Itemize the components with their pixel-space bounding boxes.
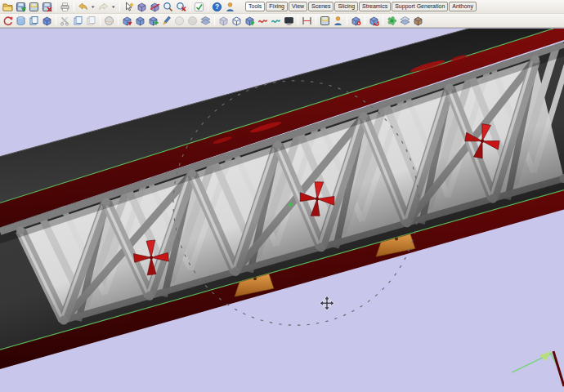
- help-icon[interactable]: ?: [211, 1, 223, 13]
- toolbar-tools: [0, 14, 564, 28]
- toolbar-separator: [365, 16, 365, 25]
- cut-part-icon[interactable]: [149, 1, 161, 13]
- toolbar-separator: [208, 2, 208, 11]
- toolbar-tools-icons: [2, 15, 424, 27]
- open-file-icon[interactable]: [2, 1, 14, 13]
- rotate-part-icon[interactable]: [2, 15, 14, 27]
- select-cursor-icon[interactable]: [123, 1, 135, 13]
- toolbar-separator: [119, 2, 120, 11]
- edit-triangles-icon[interactable]: [160, 15, 172, 27]
- support-generation-icon[interactable]: [386, 15, 398, 27]
- toolbar-separator: [383, 16, 383, 25]
- menu-tab-strip: ToolsFixingViewScenesSlicingStreamicsSup…: [245, 2, 477, 11]
- update-platform-icon[interactable]: [368, 15, 380, 27]
- lattice-node-marker: [289, 203, 292, 206]
- toolbar-separator: [56, 16, 56, 25]
- translate-part-icon[interactable]: [15, 15, 27, 27]
- zoom-reset-icon[interactable]: [175, 1, 187, 13]
- slice-preview-teal-icon[interactable]: [270, 15, 282, 27]
- measure-icon[interactable]: [301, 15, 313, 27]
- part-cube-icon[interactable]: [136, 1, 148, 13]
- scene-canvas[interactable]: [0, 29, 564, 392]
- ball-tool-icon[interactable]: [103, 15, 115, 27]
- redo-dropdown-icon[interactable]: [110, 1, 117, 13]
- hollow-part-icon[interactable]: [186, 15, 199, 27]
- duplicate-part-icon[interactable]: [28, 15, 40, 27]
- svg-text:?: ?: [215, 2, 219, 11]
- toolbar-separator: [298, 16, 298, 25]
- smooth-part-icon[interactable]: [173, 15, 186, 27]
- lift-platform-icon[interactable]: [244, 15, 256, 27]
- verify-icon[interactable]: [193, 1, 205, 13]
- paste-part-icon[interactable]: [85, 15, 97, 27]
- menu-tab-scenes[interactable]: Scenes: [308, 2, 333, 11]
- toolbar-separator: [316, 16, 316, 25]
- save-as-icon[interactable]: [28, 1, 40, 13]
- toolbar-separator: [190, 2, 190, 11]
- redo-icon[interactable]: [97, 1, 110, 13]
- undo-icon[interactable]: [77, 1, 89, 13]
- machine-properties-icon[interactable]: [350, 15, 362, 27]
- save-icon[interactable]: [15, 1, 27, 13]
- toolbar-main: ? ToolsFixingViewScenesSlicingStreamicsS…: [0, 0, 564, 14]
- print-icon[interactable]: [59, 1, 71, 13]
- menu-tab-fixing[interactable]: Fixing: [266, 2, 288, 11]
- cut-tool-icon[interactable]: [59, 15, 71, 27]
- toolbar-separator: [100, 16, 101, 25]
- save-scene-icon[interactable]: [319, 15, 331, 27]
- menu-tab-anthony[interactable]: Anthony: [449, 2, 477, 11]
- toolbar-separator: [74, 2, 74, 11]
- close-file-icon[interactable]: [41, 1, 53, 13]
- toolbar-separator: [347, 16, 347, 25]
- viewport-3d[interactable]: [0, 28, 564, 392]
- build-part-icon[interactable]: [412, 15, 424, 27]
- export-part-icon[interactable]: [134, 15, 146, 27]
- copy-part-icon[interactable]: [72, 15, 84, 27]
- merge-parts-icon[interactable]: [41, 15, 53, 27]
- slice-stack-icon[interactable]: [399, 15, 411, 27]
- stack-parts-icon[interactable]: [199, 15, 212, 27]
- toolbar-separator: [118, 16, 119, 25]
- menu-tab-slicing[interactable]: Slicing: [334, 2, 358, 11]
- wireframe-view-icon[interactable]: [231, 15, 243, 27]
- import-part-icon[interactable]: [121, 15, 133, 27]
- toolbar-main-icons: ?: [2, 1, 236, 13]
- shaded-view-icon[interactable]: [217, 15, 230, 27]
- menu-tab-view[interactable]: View: [289, 2, 307, 11]
- profile-icon[interactable]: [224, 1, 236, 13]
- toolbar-separator: [56, 2, 56, 11]
- application-window: ? ToolsFixingViewScenesSlicingStreamicsS…: [0, 0, 564, 392]
- menu-tab-streamics[interactable]: Streamics: [359, 2, 391, 11]
- zoom-icon[interactable]: [162, 1, 174, 13]
- menu-tab-tools[interactable]: Tools: [245, 2, 265, 11]
- screenshot-icon[interactable]: [283, 15, 295, 27]
- slice-preview-red-icon[interactable]: [257, 15, 269, 27]
- menu-tab-support-generation[interactable]: Support Generation: [392, 2, 448, 11]
- add-part-icon[interactable]: [147, 15, 159, 27]
- user-session-icon[interactable]: [332, 15, 344, 27]
- undo-dropdown-icon[interactable]: [90, 1, 96, 13]
- toolbar-separator: [214, 16, 215, 25]
